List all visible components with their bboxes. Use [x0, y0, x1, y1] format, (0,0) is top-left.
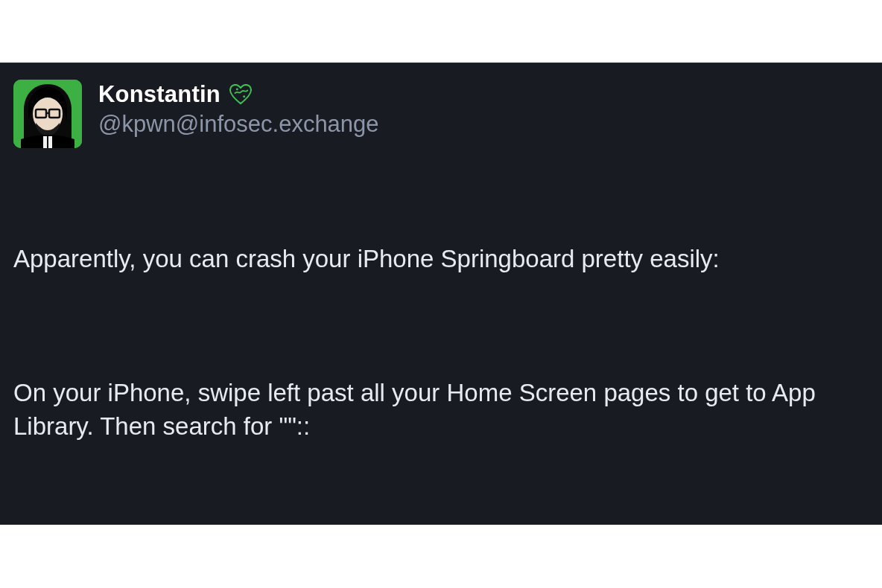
mending-heart-icon [229, 84, 252, 105]
post-paragraph: On your iPhone, swipe left past all your… [13, 376, 869, 443]
author-handle[interactable]: @kpwn@infosec.exchange [98, 111, 379, 138]
post-paragraph: Apparently, you can crash your iPhone Sp… [13, 242, 869, 275]
author-name-line: Konstantin [98, 81, 379, 108]
avatar[interactable] [13, 80, 82, 148]
post-header: Konstantin @kpwn@infosec.exchange [13, 80, 869, 148]
svg-point-5 [236, 89, 238, 91]
post-card[interactable]: Konstantin @kpwn@infosec.exchange Appare… [0, 63, 882, 525]
avatar-image [13, 80, 82, 148]
author-display-name[interactable]: Konstantin [98, 81, 220, 108]
svg-point-6 [243, 95, 245, 98]
page: Konstantin @kpwn@infosec.exchange Appare… [0, 0, 882, 588]
post-body: Apparently, you can crash your iPhone Sp… [13, 175, 869, 525]
author-block: Konstantin @kpwn@infosec.exchange [98, 80, 379, 138]
